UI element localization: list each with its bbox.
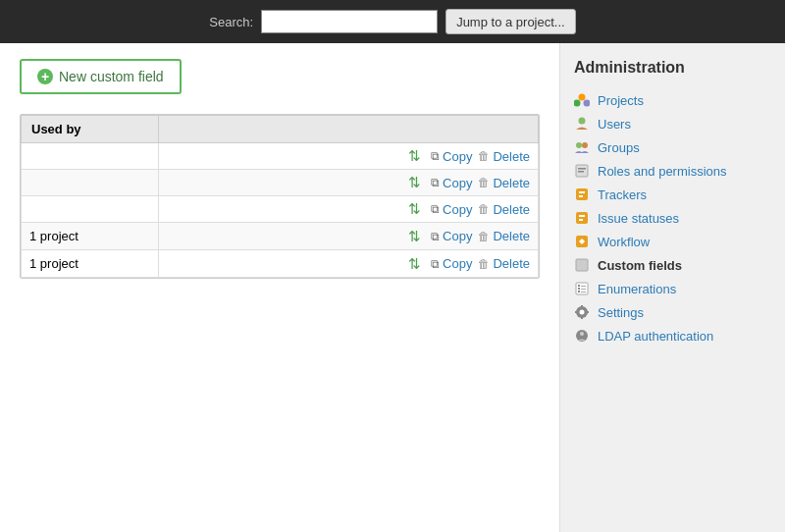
custom-fields-table-wrapper: Used by ⇅⧉Copy🗑Delete⇅⧉Copy🗑Delete⇅⧉Copy… (20, 114, 540, 279)
svg-point-31 (580, 332, 584, 336)
projects-icon (574, 91, 592, 109)
delete-label: Delete (493, 229, 530, 243)
sidebar-item-users[interactable]: Users (574, 112, 771, 135)
delete-link[interactable]: 🗑Delete (478, 176, 530, 190)
sidebar-item-workflow[interactable]: Workflow (574, 230, 771, 253)
svg-rect-14 (579, 219, 583, 221)
actions-cell: ⇅⧉Copy🗑Delete (159, 196, 539, 223)
delete-label: Delete (493, 256, 530, 271)
sidebar-item-label: Custom fields (598, 258, 682, 273)
sidebar-item-settings[interactable]: Settings (574, 300, 771, 324)
main-content: + New custom field Used by ⇅⧉Copy🗑Delete… (0, 43, 559, 532)
used-by-cell (22, 143, 159, 170)
copy-icon: ⧉ (431, 257, 440, 271)
copy-link[interactable]: ⧉Copy (431, 176, 472, 190)
svg-rect-28 (575, 311, 578, 313)
sidebar-item-label: Roles and permissions (598, 164, 727, 179)
copy-link[interactable]: ⧉Copy (431, 256, 472, 271)
sidebar-item-trackers[interactable]: Trackers (574, 183, 771, 206)
sort-arrows-icon[interactable]: ⇅ (408, 174, 421, 191)
delete-icon: 🗑 (478, 230, 490, 243)
table-row: ⇅⧉Copy🗑Delete (22, 143, 539, 170)
sidebar-item-label: LDAP authentication (598, 329, 713, 344)
copy-icon: ⧉ (431, 202, 440, 216)
issue-icon (574, 209, 592, 227)
sidebar-item-issue-statuses[interactable]: Issue statuses (574, 206, 771, 230)
enum-icon (574, 280, 592, 297)
used-by-cell: 1 project (22, 223, 159, 250)
used-by-cell (22, 196, 159, 223)
groups-icon (574, 138, 592, 156)
sidebar-item-label: Projects (598, 93, 644, 108)
page-layout: + New custom field Used by ⇅⧉Copy🗑Delete… (0, 43, 785, 532)
delete-link[interactable]: 🗑Delete (478, 229, 530, 243)
svg-rect-27 (581, 316, 583, 319)
plus-icon: + (37, 69, 53, 84)
copy-label: Copy (443, 149, 472, 164)
sidebar-item-roles[interactable]: Roles and permissions (574, 159, 771, 183)
sort-arrows-icon[interactable]: ⇅ (408, 228, 421, 245)
sidebar-item-label: Groups (598, 140, 640, 155)
copy-label: Copy (443, 256, 472, 271)
sidebar-item-label: Enumerations (598, 282, 676, 296)
svg-rect-21 (581, 286, 586, 287)
actions-cell: ⇅⧉Copy🗑Delete (159, 170, 539, 196)
sidebar-item-label: Trackers (598, 187, 647, 202)
search-input[interactable] (261, 10, 438, 33)
svg-rect-12 (576, 212, 588, 224)
used-by-cell (22, 170, 159, 196)
svg-point-3 (579, 118, 586, 125)
sidebar-title: Administration (574, 59, 771, 77)
workflow-icon (574, 233, 592, 250)
jump-to-project-button[interactable]: Jump to a project... (445, 9, 576, 34)
delete-link[interactable]: 🗑Delete (478, 149, 530, 164)
sort-arrows-icon[interactable]: ⇅ (408, 200, 421, 218)
svg-rect-20 (578, 291, 580, 293)
svg-rect-19 (578, 288, 580, 290)
svg-point-1 (574, 100, 581, 107)
search-label: Search: (209, 15, 253, 29)
sidebar-item-projects[interactable]: Projects (574, 88, 771, 112)
delete-link[interactable]: 🗑Delete (478, 256, 530, 271)
roles-icon (574, 162, 592, 180)
svg-rect-10 (579, 191, 585, 193)
svg-rect-23 (581, 292, 586, 293)
sidebar-item-label: Issue statuses (598, 211, 679, 226)
svg-rect-8 (578, 171, 584, 173)
delete-link[interactable]: 🗑Delete (478, 202, 530, 217)
row-actions: ⇅⧉Copy🗑Delete (167, 228, 530, 245)
settings-icon (574, 303, 592, 321)
copy-link[interactable]: ⧉Copy (431, 229, 472, 243)
admin-sidebar: Administration ProjectsUsersGroupsRoles … (559, 43, 785, 532)
svg-rect-16 (576, 259, 588, 271)
row-actions: ⇅⧉Copy🗑Delete (167, 200, 530, 218)
actions-column-header (159, 116, 539, 143)
svg-rect-26 (581, 305, 583, 308)
trackers-icon (574, 186, 592, 203)
actions-cell: ⇅⧉Copy🗑Delete (159, 250, 539, 278)
sidebar-item-ldap[interactable]: LDAP authentication (574, 324, 771, 347)
used-by-cell: 1 project (22, 250, 159, 278)
copy-icon: ⧉ (431, 149, 440, 163)
svg-point-4 (576, 142, 582, 148)
custom-icon (574, 256, 592, 274)
new-custom-field-button[interactable]: + New custom field (20, 59, 182, 94)
sort-arrows-icon[interactable]: ⇅ (408, 255, 421, 273)
sidebar-item-groups[interactable]: Groups (574, 135, 771, 159)
copy-link[interactable]: ⧉Copy (431, 149, 472, 164)
copy-label: Copy (443, 176, 472, 190)
table-row: 1 project⇅⧉Copy🗑Delete (22, 223, 539, 250)
table-row: 1 project⇅⧉Copy🗑Delete (22, 250, 539, 278)
svg-rect-13 (579, 215, 585, 217)
svg-rect-9 (576, 188, 588, 200)
row-actions: ⇅⧉Copy🗑Delete (167, 147, 530, 165)
sort-arrows-icon[interactable]: ⇅ (408, 147, 421, 165)
copy-link[interactable]: ⧉Copy (431, 202, 472, 217)
used-by-column-header: Used by (22, 116, 159, 143)
copy-icon: ⧉ (431, 230, 440, 243)
users-icon (574, 115, 592, 133)
sidebar-item-enumerations[interactable]: Enumerations (574, 277, 771, 300)
row-actions: ⇅⧉Copy🗑Delete (167, 255, 530, 273)
sidebar-item-label: Users (598, 117, 631, 132)
delete-label: Delete (493, 149, 530, 164)
